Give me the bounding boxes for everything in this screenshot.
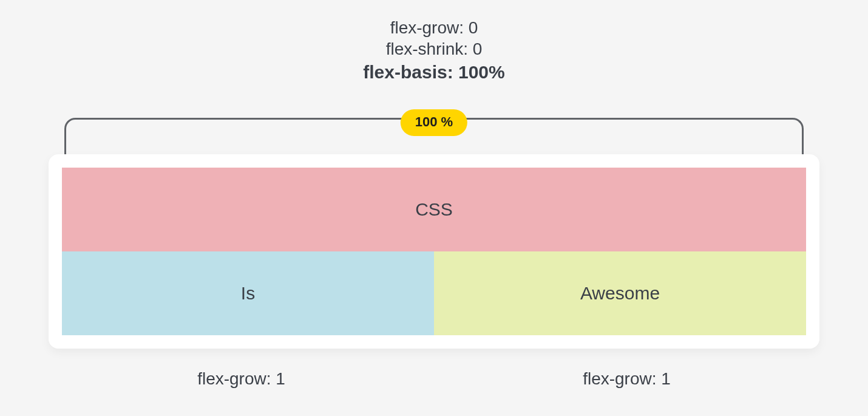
flex-grow-label: flex-grow: 0 [49,17,819,38]
bottom-right-label: flex-grow: 1 [434,369,819,389]
flex-item-css: CSS [62,168,806,251]
bottom-left-label: flex-grow: 1 [49,369,434,389]
width-badge-label: 100 % [415,114,453,129]
flex-item-awesome-label: Awesome [580,283,660,304]
flex-container-card: CSS Is Awesome [49,154,819,349]
width-badge: 100 % [401,109,467,136]
flex-container: CSS Is Awesome [62,168,806,335]
flex-basis-label: flex-basis: 100% [49,61,819,84]
top-flex-properties: flex-grow: 0 flex-shrink: 0 flex-basis: … [49,17,819,84]
flex-item-is: Is [62,251,434,335]
flex-shrink-label: flex-shrink: 0 [49,38,819,60]
bottom-flex-properties: flex-grow: 1 flex-grow: 1 [49,369,819,389]
flex-item-css-label: CSS [415,199,453,220]
flex-item-awesome: Awesome [434,251,806,335]
flex-item-is-label: Is [241,283,255,304]
diagram-stage: flex-grow: 0 flex-shrink: 0 flex-basis: … [49,0,819,416]
